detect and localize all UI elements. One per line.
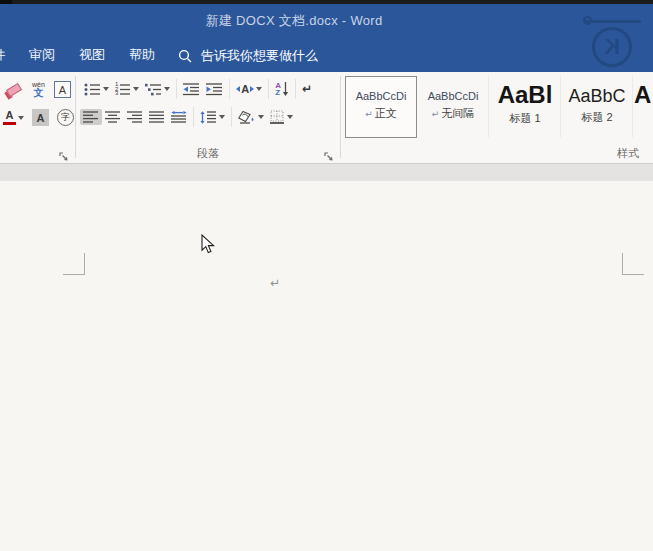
tab-help[interactable]: 帮助 <box>122 44 162 68</box>
style-heading-1[interactable]: AaBl 标题 1 <box>489 76 561 138</box>
paragraph-group-label: 段落 <box>76 146 340 161</box>
tab-view[interactable]: 视图 <box>72 44 112 68</box>
ribbon: wén 文 A A A <box>0 72 653 164</box>
style-sample: AaBbCcDi <box>346 89 416 103</box>
style-sample: A <box>634 82 651 108</box>
paragraph-group: 1 2 3 <box>76 72 340 164</box>
paragraph-mark-icon: ↵ <box>365 109 373 119</box>
style-name-text: 标题 2 <box>581 111 612 123</box>
paragraph-mark-icon: ↵ <box>302 83 312 95</box>
shading-button[interactable] <box>235 108 267 126</box>
distribute-button[interactable] <box>168 109 190 125</box>
character-shading-icon: A <box>32 109 49 126</box>
document-page[interactable]: ↵ <box>0 181 653 551</box>
borders-button[interactable] <box>267 108 296 126</box>
justify-icon <box>149 111 165 123</box>
style-heading-2[interactable]: AaBbC 标题 2 <box>561 76 633 138</box>
character-shading-button[interactable]: A <box>29 107 52 128</box>
ribbon-tab-row: 件 审阅 视图 帮助 告诉我你想要做什么 <box>0 36 653 72</box>
styles-group-label: 样式 <box>341 146 653 161</box>
font-color-letter: A <box>6 110 14 121</box>
style-sample: AaBbC <box>562 85 632 107</box>
chevron-down-icon[interactable] <box>219 115 225 119</box>
enclose-characters-icon: 字 <box>57 109 74 126</box>
font-dialog-launcher[interactable] <box>59 148 70 159</box>
character-border-icon: A <box>54 81 71 98</box>
tab-clipped-left[interactable]: 件 <box>0 44 7 68</box>
style-name-text: 正文 <box>375 107 397 119</box>
margin-corner-mark-right <box>622 253 644 275</box>
style-name: ↵正文 <box>346 106 416 121</box>
mouse-cursor <box>201 234 215 259</box>
separator <box>231 107 232 127</box>
chevron-down-icon[interactable] <box>103 87 109 91</box>
clear-formatting-button[interactable] <box>2 80 26 100</box>
font-color-swatch <box>3 122 16 125</box>
style-no-spacing[interactable]: AaBbCcDi ↵无间隔 <box>417 76 489 138</box>
separator <box>193 107 194 127</box>
tab-review[interactable]: 审阅 <box>22 44 62 68</box>
style-name: ↵无间隔 <box>418 106 488 121</box>
style-name: 标题 2 <box>562 110 632 125</box>
asian-layout-letter: A <box>241 83 249 95</box>
font-color-icon: A <box>3 110 16 125</box>
align-left-icon <box>83 111 99 123</box>
align-center-icon <box>105 111 121 123</box>
align-right-button[interactable] <box>124 109 146 125</box>
styles-group: AaBbCcDi ↵正文 AaBbCcDi ↵无间隔 AaBl 标题 1 AaB… <box>341 72 653 164</box>
asian-layout-button[interactable]: A <box>233 81 265 97</box>
align-left-button[interactable] <box>80 109 102 125</box>
search-icon <box>178 49 192 63</box>
separator <box>268 79 269 99</box>
multilevel-list-icon <box>145 83 162 96</box>
window-title: 新建 DOCX 文档.docx - Word <box>0 12 588 30</box>
bullets-button[interactable] <box>81 81 112 98</box>
phonetic-guide-button[interactable]: wén 文 <box>29 79 48 100</box>
chevron-down-icon[interactable] <box>164 87 170 91</box>
paragraph-mark-icon: ↵ <box>432 109 440 119</box>
asian-layout-icon: A <box>236 83 254 95</box>
chevron-down-icon[interactable] <box>256 87 262 91</box>
style-name: 标题 1 <box>490 111 560 126</box>
style-partial[interactable]: A <box>633 76 651 138</box>
tell-me-search[interactable]: 告诉我你想要做什么 <box>178 44 318 68</box>
title-bar: 新建 DOCX 文档.docx - Word K 件 审阅 视图 帮助 告诉我你… <box>0 4 653 72</box>
numbering-button[interactable]: 1 2 3 <box>112 80 142 97</box>
phonetic-guide-icon: wén 文 <box>32 81 45 98</box>
separator <box>229 79 230 99</box>
chevron-down-icon[interactable] <box>258 115 264 119</box>
arrow-cursor-icon <box>201 234 215 255</box>
enclose-characters-button[interactable]: 字 <box>54 107 77 128</box>
chevron-down-icon[interactable] <box>287 115 293 119</box>
ribbon-page-gap <box>0 164 653 181</box>
margin-corner-mark-left <box>63 253 85 275</box>
sort-button[interactable]: A Z <box>272 80 292 99</box>
multilevel-list-button[interactable] <box>142 81 173 98</box>
justify-button[interactable] <box>146 109 168 125</box>
increase-indent-button[interactable] <box>203 81 226 98</box>
chevron-down-icon[interactable] <box>133 87 139 91</box>
paragraph-end-mark: ↵ <box>270 276 280 290</box>
line-spacing-button[interactable] <box>197 109 228 126</box>
style-normal[interactable]: AaBbCcDi ↵正文 <box>345 76 417 138</box>
styles-gallery: AaBbCcDi ↵正文 AaBbCcDi ↵无间隔 AaBl 标题 1 AaB… <box>345 76 651 138</box>
paragraph-dialog-launcher[interactable] <box>324 148 335 159</box>
font-group: wén 文 A A A <box>0 72 75 164</box>
line-spacing-icon <box>200 111 217 124</box>
separator <box>295 79 296 99</box>
style-sample: AaBl <box>490 82 560 108</box>
align-right-icon <box>127 111 143 123</box>
align-center-button[interactable] <box>102 109 124 125</box>
distribute-icon <box>171 111 187 123</box>
borders-icon <box>270 110 285 124</box>
decrease-indent-button[interactable] <box>180 81 203 98</box>
increase-indent-icon <box>206 83 223 96</box>
numbered-list-icon: 1 2 3 <box>115 82 131 95</box>
style-sample: AaBbCcDi <box>418 89 488 103</box>
character-border-button[interactable]: A <box>51 79 74 100</box>
sort-letter-z: Z <box>275 89 281 96</box>
chevron-down-icon[interactable] <box>18 116 24 120</box>
show-hide-marks-button[interactable]: ↵ <box>299 81 315 97</box>
font-color-button[interactable]: A <box>0 108 27 127</box>
tab-clipped-label: 件 <box>0 44 6 66</box>
